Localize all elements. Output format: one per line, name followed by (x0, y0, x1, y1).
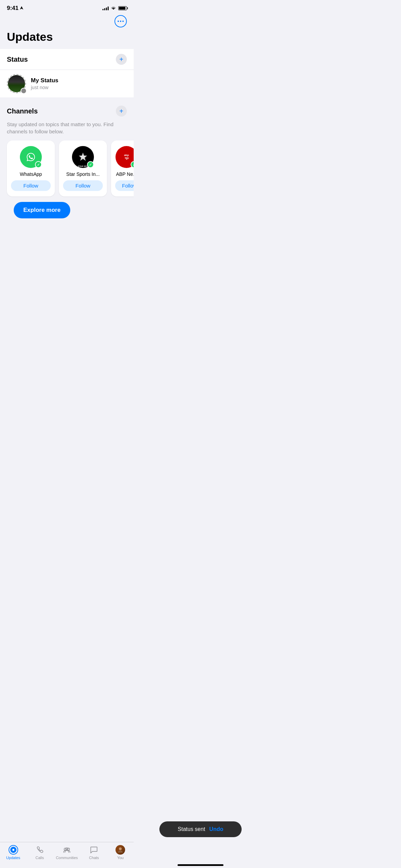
status-icons (102, 6, 127, 10)
explore-more-area: Explore more (0, 202, 134, 229)
verified-checkmark: ✓ (37, 163, 40, 167)
more-options-button[interactable] (114, 15, 127, 27)
page-title-area: Updates (0, 27, 134, 49)
channels-description: Stay updated on topics that matter to yo… (0, 121, 134, 141)
status-record-indicator (21, 88, 27, 94)
star-sports-logo: STAR SPO ✓ (72, 146, 94, 168)
abp-news-verified-badge: ✓ (131, 161, 134, 168)
signal-bar-3 (106, 8, 107, 10)
verified-checkmark-3: ✓ (133, 163, 134, 167)
location-arrow-icon (20, 6, 23, 10)
whatsapp-logo: ✓ (20, 146, 42, 168)
star-sports-text: STAR SPO (78, 165, 88, 167)
my-status-avatar-wrapper (7, 74, 26, 93)
my-status-item[interactable]: My Status just now (0, 70, 134, 97)
my-status-info: My Status just now (31, 77, 127, 90)
header (0, 14, 134, 27)
whatsapp-channel-name: WhatsApp (20, 171, 42, 177)
dot-3 (122, 21, 124, 22)
status-section-header: Status + (0, 49, 134, 70)
svg-text:न्यूज़: न्यूज़ (124, 157, 129, 160)
wifi-icon (111, 6, 116, 10)
gray-spacer (0, 229, 134, 291)
svg-text:abp: abp (124, 154, 129, 157)
abp-news-logo: abp न्यूज़ ✓ (116, 146, 134, 168)
dot-2 (120, 21, 121, 22)
signal-bar-4 (108, 7, 109, 10)
dot-1 (118, 21, 119, 22)
channels-section-header: Channels + (0, 100, 134, 121)
content-area: Status + My Status just now Channels + (0, 49, 134, 346)
battery-icon (118, 6, 127, 10)
star-sports-channel-name: Star Sports In... (66, 171, 99, 177)
whatsapp-verified-badge: ✓ (35, 161, 42, 168)
verified-checkmark-2: ✓ (89, 163, 92, 167)
status-bar: 9:41 (0, 0, 134, 14)
signal-bar-2 (104, 8, 105, 10)
add-channel-button[interactable]: + (116, 106, 127, 117)
status-section: Status + My Status just now (0, 49, 134, 97)
channels-section-title: Channels (7, 107, 38, 115)
channels-section: Channels + Stay updated on topics that m… (0, 100, 134, 229)
my-status-time: just now (31, 85, 127, 90)
add-status-button[interactable]: + (116, 54, 127, 65)
channel-card-abp-news[interactable]: abp न्यूज़ ✓ ABP Ne... Follow (111, 141, 134, 196)
status-time: 9:41 (7, 5, 23, 12)
whatsapp-follow-button[interactable]: Follow (11, 180, 51, 191)
channel-card-star-sports[interactable]: STAR SPO ✓ Star Sports In... Follow (59, 141, 107, 196)
channel-card-whatsapp[interactable]: ✓ WhatsApp Follow (7, 141, 55, 196)
signal-strength (102, 6, 109, 10)
star-sports-verified-badge: ✓ (87, 161, 94, 168)
abp-news-follow-button[interactable]: Follow (115, 180, 134, 191)
abp-news-channel-name: ABP Ne... (116, 171, 134, 177)
my-status-name: My Status (31, 77, 127, 84)
more-dots-icon (118, 21, 124, 22)
status-section-title: Status (7, 56, 28, 63)
time-display: 9:41 (7, 5, 19, 12)
page-title: Updates (7, 30, 127, 44)
channel-cards-list: ✓ WhatsApp Follow STAR SPO ✓ (0, 141, 134, 202)
signal-bar-1 (102, 9, 104, 10)
star-sports-follow-button[interactable]: Follow (63, 180, 103, 191)
battery-fill (119, 7, 125, 10)
explore-more-button[interactable]: Explore more (14, 202, 70, 218)
